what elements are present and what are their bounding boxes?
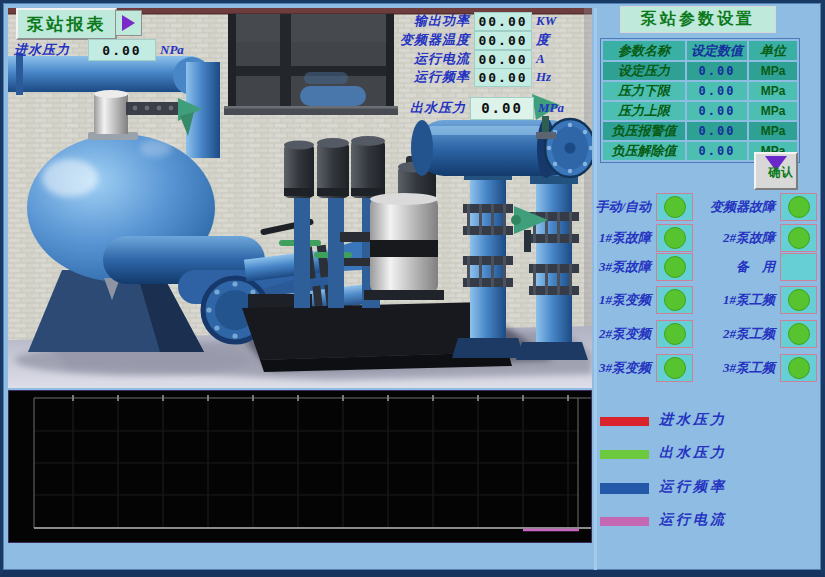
setting-unit: MPa	[749, 62, 797, 80]
status-label: 2#泵变频	[599, 325, 651, 343]
readout-value: 00.00	[474, 50, 532, 69]
readout-unit: A	[536, 51, 562, 67]
setting-value-field[interactable]: 0.00	[687, 62, 747, 80]
status-pump1-fault: 1#泵故障	[586, 224, 693, 251]
readout-label: 运行频率	[340, 68, 470, 86]
settings-panel-title: 泵站参数设置	[620, 6, 776, 33]
setting-name: 负压解除值	[603, 142, 685, 160]
status-pump1-mains: 1#泵工频	[682, 286, 817, 313]
setting-name: 压力上限	[603, 102, 685, 120]
confirm-button[interactable]: 确认	[754, 152, 798, 190]
legend-swatch-run-current	[600, 517, 649, 526]
outlet-pressure-unit: MPa	[538, 100, 568, 116]
readout-label: 变频器温度	[340, 31, 470, 49]
legend-label: 出水压力	[659, 444, 727, 462]
inlet-pressure-unit: NPa	[160, 42, 184, 58]
status-label: 3#泵变频	[599, 359, 651, 377]
header-manifold	[411, 118, 592, 184]
outlet-pressure-readout: 出水压力 0.00 MPa	[340, 97, 568, 119]
setting-unit: MPa	[749, 82, 797, 100]
status-label: 3#泵工频	[723, 359, 775, 377]
setting-value-field[interactable]: 0.00	[687, 102, 747, 120]
outlet-pressure-value: 0.00	[470, 97, 534, 120]
play-icon	[122, 15, 135, 31]
lamp-icon	[788, 323, 810, 345]
setting-name: 负压报警值	[603, 122, 685, 140]
hmi-main-screen: 泵站报表 进水压力 0.00 NPa 输出功率 00.00 KW 变频器温度 0…	[0, 0, 825, 577]
readout-label: 输出功率	[340, 12, 470, 30]
readout-unit: KW	[536, 13, 562, 29]
status-label: 备 用	[736, 258, 775, 276]
legend-swatch-inlet-pressure	[600, 417, 649, 426]
status-vfd-fault: 变频器故障	[682, 193, 817, 220]
setting-name: 压力下限	[603, 82, 685, 100]
status-pump2-vfd: 2#泵变频	[586, 320, 693, 347]
report-button[interactable]: 泵站报表	[16, 8, 117, 40]
readout-running-frequency: 运行频率 00.00 Hz	[340, 68, 562, 86]
readout-vfd-temperature: 变频器温度 00.00 度	[340, 31, 562, 49]
status-label: 1#泵故障	[599, 229, 651, 247]
readout-value: 00.00	[474, 31, 532, 50]
status-lamp-box	[780, 224, 817, 252]
status-label: 1#泵变频	[599, 291, 651, 309]
readout-unit: Hz	[536, 69, 562, 85]
legend-swatch-outlet-pressure	[600, 450, 649, 459]
readout-unit: 度	[536, 31, 562, 49]
inlet-pressure-label: 进水压力	[14, 41, 84, 59]
status-lamp-box	[780, 193, 817, 221]
confirm-button-label: 确认	[768, 164, 794, 181]
setting-row: 负压报警值 0.00 MPa	[603, 122, 797, 140]
status-label: 2#泵故障	[723, 229, 775, 247]
readout-running-current: 运行电流 00.00 A	[340, 50, 562, 68]
legend-swatch-run-frequency	[600, 483, 649, 494]
lamp-icon	[788, 196, 810, 218]
setting-value-field[interactable]: 0.00	[687, 82, 747, 100]
inlet-pressure-readout: 进水压力 0.00 NPa	[14, 39, 244, 61]
legend-label: 进水压力	[659, 411, 727, 429]
report-play-button[interactable]	[115, 10, 142, 36]
setting-value-field[interactable]: 0.00	[687, 142, 747, 160]
legend-label: 运行电流	[659, 511, 727, 529]
readout-value: 00.00	[474, 68, 532, 87]
status-pump1-vfd: 1#泵变频	[586, 286, 693, 313]
status-label: 2#泵工频	[723, 325, 775, 343]
status-pump2-mains: 2#泵工频	[682, 320, 817, 347]
status-spare: 备 用	[682, 253, 817, 280]
status-label: 3#泵故障	[599, 258, 651, 276]
outlet-pressure-label: 出水压力	[340, 99, 466, 117]
readout-label: 运行电流	[340, 50, 470, 68]
lamp-icon	[788, 357, 810, 379]
setting-row: 压力下限 0.00 MPa	[603, 82, 797, 100]
setting-name: 设定压力	[603, 62, 685, 80]
col-header-param-name: 参数名称	[603, 41, 685, 60]
status-lamp-box	[780, 354, 817, 382]
legend-label: 运行频率	[659, 478, 727, 496]
status-manual-auto: 手动/自动	[586, 193, 693, 220]
setting-unit: MPa	[749, 102, 797, 120]
status-label: 1#泵工频	[723, 291, 775, 309]
lamp-icon	[788, 227, 810, 249]
status-pump3-vfd: 3#泵变频	[586, 354, 693, 381]
lamp-icon	[788, 289, 810, 311]
status-lamp-box	[780, 320, 817, 348]
readout-output-power: 输出功率 00.00 KW	[340, 12, 562, 30]
chart-grid	[9, 391, 591, 542]
inlet-pressure-value: 0.00	[88, 39, 156, 61]
setting-row: 压力上限 0.00 MPa	[603, 102, 797, 120]
status-pump3-fault: 3#泵故障	[586, 253, 693, 280]
status-pump2-fault: 2#泵故障	[682, 224, 817, 251]
status-label: 手动/自动	[595, 198, 651, 216]
setting-row: 设定压力 0.00 MPa	[603, 62, 797, 80]
status-lamp-box	[780, 253, 817, 281]
readout-value: 00.00	[474, 12, 532, 31]
status-pump3-mains: 3#泵工频	[682, 354, 817, 381]
col-header-set-value: 设定数值	[687, 41, 747, 60]
settings-table: 参数名称 设定数值 单位 设定压力 0.00 MPa 压力下限 0.00 MPa…	[600, 38, 800, 163]
setting-value-field[interactable]: 0.00	[687, 122, 747, 140]
trend-chart	[8, 390, 592, 543]
setting-unit: MPa	[749, 122, 797, 140]
status-lamp-box	[780, 286, 817, 314]
col-header-unit: 单位	[749, 41, 797, 60]
status-label: 变频器故障	[710, 198, 775, 216]
